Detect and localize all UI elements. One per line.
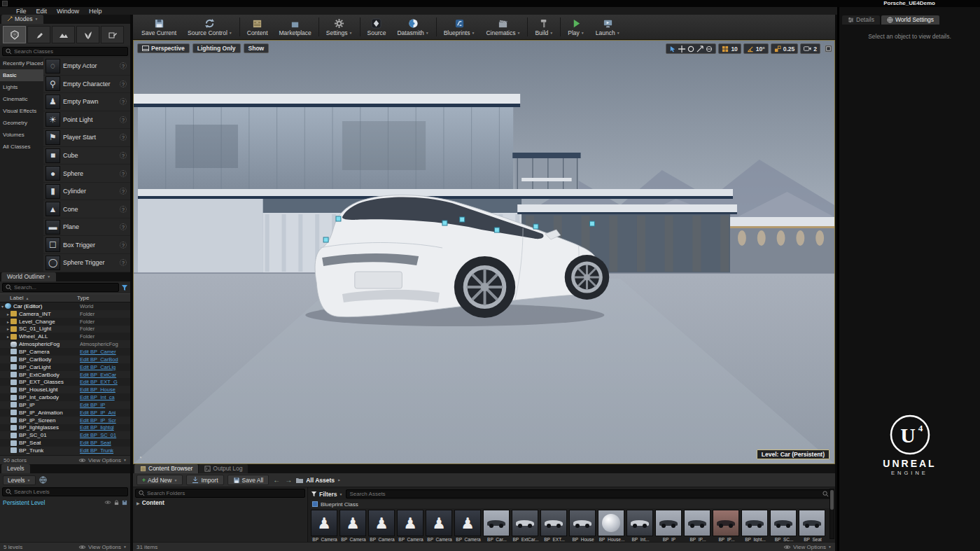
edit-blueprint-link[interactable]: Edit BP_CarLig bbox=[80, 364, 130, 370]
asset-tile[interactable]: BP_House bbox=[569, 510, 597, 542]
tab-levels[interactable]: Levels bbox=[1, 464, 30, 473]
column-header-label[interactable]: Label▲ bbox=[0, 295, 77, 301]
place-item-sphere-trigger[interactable]: ◯Sphere Trigger? bbox=[43, 254, 130, 272]
save-level-icon[interactable] bbox=[122, 500, 127, 505]
info-icon[interactable]: ? bbox=[120, 152, 127, 159]
asset-tile[interactable]: BP_Seat bbox=[799, 510, 827, 542]
outliner-filter-icon[interactable] bbox=[121, 284, 128, 291]
modes-search-input[interactable] bbox=[14, 48, 125, 55]
outliner-row[interactable]: BP_SC_01Edit BP_SC_01 bbox=[0, 431, 130, 439]
info-icon[interactable]: ? bbox=[120, 134, 127, 141]
outliner-row[interactable]: BP_ExtCarBodyEdit BP_ExtCar bbox=[0, 371, 130, 379]
viewport-scene[interactable] bbox=[134, 41, 834, 463]
menu-file[interactable]: File bbox=[11, 8, 31, 15]
camera-speed-control[interactable]: 2 bbox=[800, 43, 820, 54]
asset-tile[interactable]: BP_SC... bbox=[770, 510, 798, 542]
tab-output-log[interactable]: Output Log bbox=[199, 464, 248, 473]
show-button[interactable]: Show bbox=[244, 43, 270, 53]
column-header-type[interactable]: Type bbox=[77, 295, 130, 301]
outliner-row[interactable]: BP_TrunkEdit BP_Trunk bbox=[0, 447, 130, 454]
mode-landscape-button[interactable] bbox=[52, 26, 75, 43]
tab-modes[interactable]: Modes ▼ bbox=[1, 15, 43, 24]
info-icon[interactable]: ? bbox=[120, 170, 127, 177]
outliner-row[interactable]: BP_Int_carbodyEdit BP_Int_ca bbox=[0, 393, 130, 401]
asset-tile[interactable]: BP_House... bbox=[598, 510, 626, 542]
info-icon[interactable]: ? bbox=[120, 116, 127, 123]
place-item-plane[interactable]: ▬Plane? bbox=[43, 218, 130, 237]
datasmith-button[interactable]: Datasmith▼ bbox=[391, 15, 434, 39]
category-visual-effects[interactable]: Visual Effects bbox=[0, 105, 43, 117]
asset-scrollbar[interactable] bbox=[830, 489, 834, 539]
place-item-cube[interactable]: ■Cube? bbox=[43, 147, 130, 165]
mode-place-button[interactable] bbox=[3, 26, 26, 43]
search-folders-input[interactable] bbox=[147, 490, 302, 496]
levels-search-input[interactable] bbox=[14, 489, 125, 495]
scrollbar-thumb[interactable] bbox=[830, 490, 834, 510]
content-button[interactable]: Content bbox=[241, 15, 274, 39]
mode-geometry-button[interactable] bbox=[101, 26, 124, 43]
info-icon[interactable]: ? bbox=[120, 62, 127, 69]
outliner-row[interactable]: ▸Wheel_ALLFolder bbox=[0, 333, 130, 340]
asset-tile[interactable]: BP_EXT... bbox=[540, 510, 568, 542]
edit-blueprint-link[interactable]: Edit BP_ExtCar bbox=[80, 372, 130, 378]
scale-snap-control[interactable]: 0.25 bbox=[771, 43, 799, 54]
asset-section-header[interactable]: Blueprint Class bbox=[311, 500, 832, 508]
asset-tile[interactable]: BP_light... bbox=[741, 510, 769, 542]
edit-blueprint-link[interactable]: Edit BP_lightgl bbox=[80, 424, 130, 431]
cinematics-button[interactable]: Cinematics▼ bbox=[480, 15, 526, 39]
category-geometry[interactable]: Geometry bbox=[0, 117, 43, 129]
category-cinematic[interactable]: Cinematic bbox=[0, 93, 43, 105]
tab-world-outliner[interactable]: World Outliner ▼ bbox=[1, 272, 56, 281]
asset-tile[interactable]: BP_ExtCar... bbox=[512, 510, 540, 542]
info-icon[interactable]: ? bbox=[120, 206, 127, 213]
outliner-row[interactable]: BP_EXT_GlassesEdit BP_EXT_G bbox=[0, 378, 130, 386]
info-icon[interactable]: ? bbox=[120, 98, 127, 105]
outliner-row[interactable]: BP_CameraEdit BP_Camer bbox=[0, 348, 130, 356]
place-item-box-trigger[interactable]: ☐Box Trigger? bbox=[43, 236, 130, 254]
build-button[interactable]: Build▼ bbox=[529, 15, 559, 39]
lighting-mode-button[interactable]: Lighting Only bbox=[192, 43, 241, 53]
outliner-row[interactable]: BP_SeatEdit BP_Seat bbox=[0, 439, 130, 447]
asset-tile[interactable]: ♟BP_Camera bbox=[454, 510, 482, 542]
tab-world-settings[interactable]: World Settings bbox=[881, 15, 939, 25]
place-item-empty-pawn[interactable]: ♟Empty Pawn? bbox=[43, 93, 130, 111]
edit-blueprint-link[interactable]: Edit BP_SC_01 bbox=[80, 432, 130, 438]
menu-help[interactable]: Help bbox=[84, 8, 107, 15]
forward-button[interactable]: → bbox=[284, 476, 293, 484]
edit-blueprint-link[interactable]: Edit BP_IP_Ani bbox=[80, 410, 130, 416]
place-item-player-start[interactable]: ⚑Player Start? bbox=[43, 129, 130, 147]
outliner-row[interactable]: BP_IP_AnimationEdit BP_IP_Ani bbox=[0, 409, 130, 417]
place-item-sphere[interactable]: ●Sphere? bbox=[43, 165, 130, 183]
perspective-button[interactable]: Perspective bbox=[137, 43, 190, 53]
outliner-row[interactable]: ▾Car (Editor)World bbox=[0, 302, 130, 310]
edit-blueprint-link[interactable]: Edit BP_Camer bbox=[80, 349, 130, 355]
menu-edit[interactable]: Edit bbox=[31, 8, 52, 15]
lock-icon[interactable] bbox=[114, 500, 119, 505]
asset-tile[interactable]: BP_IP... bbox=[684, 510, 712, 542]
outliner-row[interactable]: BP_IPEdit BP_IP bbox=[0, 401, 130, 409]
edit-blueprint-link[interactable]: Edit BP_IP bbox=[80, 402, 130, 408]
outliner-row[interactable]: AtmosphericFogAtmosphericFog bbox=[0, 340, 130, 348]
outliner-row[interactable]: BP_IP_ScreenEdit BP_IP_Scr bbox=[0, 417, 130, 424]
category-lights[interactable]: Lights bbox=[0, 81, 43, 93]
place-item-point-light[interactable]: ☀Point Light? bbox=[43, 111, 130, 130]
asset-tile[interactable]: BP_IP bbox=[655, 510, 683, 542]
info-icon[interactable]: ? bbox=[120, 81, 127, 88]
edit-blueprint-link[interactable]: Edit BP_Trunk bbox=[80, 447, 130, 454]
outliner-row[interactable]: ▸Camera_INTFolder bbox=[0, 310, 130, 318]
outliner-search-input[interactable] bbox=[14, 284, 115, 291]
edit-blueprint-link[interactable]: Edit BP_Int_ca bbox=[80, 394, 130, 400]
eye-icon[interactable] bbox=[104, 500, 111, 505]
back-button[interactable]: ← bbox=[272, 476, 281, 484]
tab-content-browser[interactable]: Content Browser bbox=[134, 464, 198, 473]
place-item-empty-character[interactable]: ⚲Empty Character? bbox=[43, 76, 130, 94]
edit-blueprint-link[interactable]: Edit BP_House bbox=[80, 386, 130, 393]
edit-blueprint-link[interactable]: Edit BP_Seat bbox=[80, 440, 130, 446]
mode-foliage-button[interactable] bbox=[76, 26, 99, 43]
category-basic[interactable]: Basic bbox=[0, 69, 43, 81]
3d-viewport[interactable]: Perspective Lighting Only Show 10 10° bbox=[133, 40, 835, 464]
outliner-row[interactable]: BP_CarLightEdit BP_CarLig bbox=[0, 363, 130, 371]
edit-blueprint-link[interactable]: Edit BP_EXT_G bbox=[80, 379, 130, 385]
outliner-row[interactable]: ▸SC_01_LightFolder bbox=[0, 326, 130, 333]
place-item-cylinder[interactable]: ▮Cylinder? bbox=[43, 183, 130, 201]
